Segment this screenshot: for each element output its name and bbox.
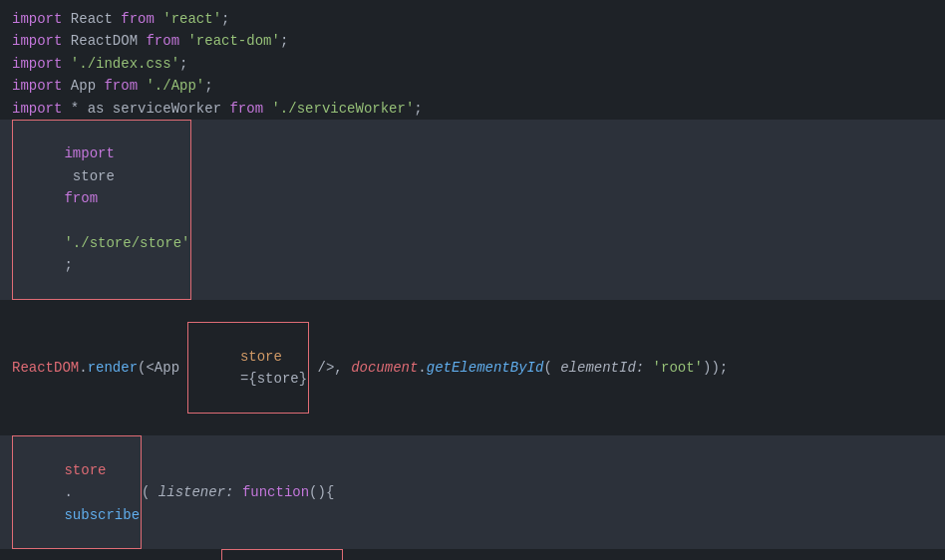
highlight-store-prop-2: store ={store} bbox=[221, 549, 343, 560]
highlight-import-store: import store from './store/store' ; bbox=[12, 120, 191, 300]
code-line-2: import ReactDOM from 'react-dom' ; bbox=[0, 30, 945, 52]
code-line-9 bbox=[0, 414, 945, 435]
keyword-import: import bbox=[12, 8, 62, 30]
code-line-4: import App from './App' ; bbox=[0, 75, 945, 97]
code-line-3: import './index.css' ; bbox=[0, 53, 945, 75]
code-line-11: ReactDOM . render (<App store ={store} /… bbox=[0, 549, 945, 560]
code-editor: import React from 'react' ; import React… bbox=[0, 0, 945, 560]
code-line-1: import React from 'react' ; bbox=[0, 8, 945, 30]
code-line-10: store . subscribe ( listener: function (… bbox=[0, 435, 945, 549]
code-line-8: ReactDOM . render (<App store ={store} /… bbox=[0, 322, 945, 414]
highlight-store-prop-1: store ={store} bbox=[187, 322, 309, 414]
code-line-7 bbox=[0, 300, 945, 322]
code-line-5: import * as serviceWorker from './servic… bbox=[0, 98, 945, 120]
code-line-6: import store from './store/store' ; bbox=[0, 120, 945, 300]
highlight-store-subscribe: store . subscribe bbox=[12, 435, 142, 549]
